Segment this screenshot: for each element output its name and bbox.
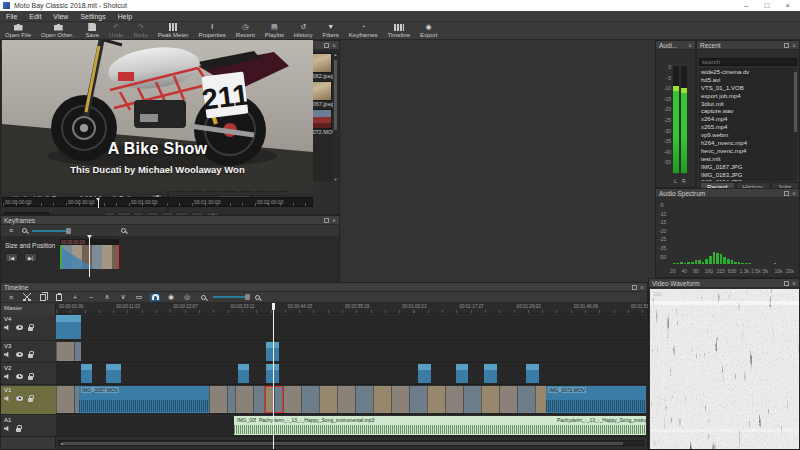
toolbar-filters[interactable]: ▼Filters: [318, 22, 344, 39]
recent-file-item[interactable]: IMG_0183.JPG: [699, 171, 797, 179]
menu-settings[interactable]: Settings: [74, 13, 111, 20]
scrollbar-thumb[interactable]: [63, 442, 623, 445]
timeline-clip[interactable]: IMG_0057.MOV: [79, 386, 209, 413]
toolbar-export[interactable]: ◉Export: [415, 22, 442, 39]
timeline-clip[interactable]: IMG_0072.MOV: [546, 386, 646, 413]
timeline-clip[interactable]: [526, 364, 539, 383]
timeline-horizontal-scrollbar[interactable]: ◀: [58, 440, 644, 446]
maximize-button[interactable]: □: [764, 2, 769, 10]
track-header-v2[interactable]: V2: [1, 364, 56, 385]
toolbar-open-file[interactable]: Open File: [0, 22, 36, 39]
copy-button[interactable]: [37, 293, 49, 302]
timeline-clip[interactable]: [56, 315, 81, 339]
recent-file-item[interactable]: h264_nvenc.mp4: [699, 139, 797, 147]
timeline-clip[interactable]: [81, 364, 92, 383]
timeline-clip[interactable]: [418, 364, 431, 383]
recent-file-item[interactable]: vp9.webm: [699, 131, 797, 139]
zoom-in-icon[interactable]: [121, 228, 126, 233]
hide-icon[interactable]: [16, 396, 23, 401]
toolbar-playlist[interactable]: ▤Playlist: [260, 22, 289, 39]
lift-button[interactable]: ∧: [101, 293, 113, 302]
float-panel-icon[interactable]: [784, 43, 789, 48]
mute-icon[interactable]: [4, 325, 11, 331]
zoom-out-icon[interactable]: [22, 228, 27, 233]
toolbar-properties[interactable]: iProperties: [193, 22, 230, 39]
scrollbar-thumb[interactable]: [794, 72, 797, 132]
recent-file-item[interactable]: test.mlt: [699, 155, 797, 163]
hide-icon[interactable]: [16, 374, 23, 379]
keyframes-playhead[interactable]: [89, 237, 90, 277]
close-panel-icon[interactable]: ×: [792, 43, 796, 48]
toolbar-undo[interactable]: ↶Undo: [104, 22, 128, 39]
toolbar-save[interactable]: Save: [80, 22, 104, 39]
keyframes-zoom-slider[interactable]: [32, 230, 68, 232]
player-playhead-marker[interactable]: [98, 198, 99, 208]
playlist-scrollbar[interactable]: ▲ ▼: [333, 52, 338, 182]
timeline-zoom-slider[interactable]: [213, 296, 247, 298]
markers-button[interactable]: ▭: [133, 293, 145, 302]
toolbar-history[interactable]: ↺History: [289, 22, 318, 39]
zoom-in-button[interactable]: [251, 293, 263, 302]
timeline-playhead[interactable]: [273, 303, 274, 449]
scrub-while-dragging-button[interactable]: ◉: [165, 293, 177, 302]
cut-button[interactable]: [21, 293, 33, 302]
menu-file[interactable]: File: [0, 13, 23, 20]
timeline-clip[interactable]: [56, 386, 79, 413]
track-header-a1[interactable]: A1: [1, 416, 56, 437]
zoom-out-button[interactable]: [197, 293, 209, 302]
mute-icon[interactable]: [4, 374, 11, 380]
track-lane-a1[interactable]: IMG_0057.MOVPachyderm_-_13_-_Happy_Song_…: [56, 416, 646, 437]
recent-file-item[interactable]: x264.mp4: [699, 115, 797, 123]
track-lane-v4[interactable]: [56, 315, 646, 341]
timeline-clip[interactable]: Pachyderm_-_13_-_Happy_Song_instrumental…: [256, 416, 554, 435]
lock-icon[interactable]: [28, 376, 33, 380]
master-track-label[interactable]: Master: [4, 305, 22, 311]
snap-button[interactable]: [149, 293, 161, 302]
recent-file-item[interactable]: wide25-cinema.dv: [699, 68, 797, 76]
hide-icon[interactable]: [16, 325, 23, 330]
timeline-clip[interactable]: [238, 364, 249, 383]
close-panel-icon[interactable]: ×: [688, 43, 692, 48]
scroll-down-icon[interactable]: ▼: [333, 177, 338, 182]
menu-edit[interactable]: Edit: [23, 13, 47, 20]
recent-file-item[interactable]: VTS_01_1.VOB: [699, 84, 797, 92]
hide-icon[interactable]: [16, 352, 23, 357]
timeline-clip[interactable]: [106, 364, 121, 383]
toolbar-open-other[interactable]: Open Other..: [36, 22, 80, 39]
recent-file-item[interactable]: capture.wav: [699, 107, 797, 115]
close-panel-icon[interactable]: ×: [792, 191, 796, 196]
recent-search-input[interactable]: [699, 58, 797, 66]
recent-file-item[interactable]: hd5.avi: [699, 76, 797, 84]
track-lane-v1[interactable]: IMG_0057.MOVIMG_0072.MOV: [56, 386, 646, 415]
float-panel-icon[interactable]: [784, 191, 789, 196]
track-lane-v3[interactable]: [56, 342, 646, 363]
recent-file-item[interactable]: 3dlut.mlt: [699, 100, 797, 108]
timeline-clip[interactable]: IMG_0057.MOV: [234, 416, 256, 435]
float-panel-icon[interactable]: [324, 43, 329, 48]
float-panel-icon[interactable]: [324, 218, 329, 223]
close-panel-icon[interactable]: ×: [792, 281, 796, 286]
toolbar-peak-meter[interactable]: Peak Meter: [153, 22, 194, 39]
recent-file-item[interactable]: IMG_0187.JPG: [699, 163, 797, 171]
timeline-clip[interactable]: [209, 386, 235, 413]
timeline-clip[interactable]: [235, 386, 264, 413]
ripple-button[interactable]: ◎: [181, 293, 193, 302]
recent-file-item[interactable]: x265.mp4: [699, 123, 797, 131]
lock-icon[interactable]: [28, 327, 33, 331]
timeline-menu-button[interactable]: ≡: [5, 293, 17, 302]
recent-file-item[interactable]: export job.mp4: [699, 92, 797, 100]
timeline-clip[interactable]: [56, 342, 81, 361]
keyframes-menu-icon[interactable]: ≡: [5, 226, 17, 235]
float-panel-icon[interactable]: [632, 285, 637, 290]
next-keyframe-button[interactable]: ▶|: [24, 253, 37, 262]
close-panel-icon[interactable]: ×: [332, 218, 336, 223]
recent-file-item[interactable]: hevc_nvenc.mp4: [699, 147, 797, 155]
timeline-clip[interactable]: Pachyderm_-_13_-_Happy_Song_instrumental…: [554, 416, 646, 435]
toolbar-keyframes[interactable]: ◔Keyframes: [344, 22, 383, 39]
track-lane-v2[interactable]: [56, 364, 646, 385]
mute-icon[interactable]: [4, 352, 11, 358]
menu-help[interactable]: Help: [112, 13, 138, 20]
append-button[interactable]: +: [69, 293, 81, 302]
recent-scrollbar[interactable]: [793, 68, 797, 181]
minimize-button[interactable]: –: [744, 2, 748, 10]
